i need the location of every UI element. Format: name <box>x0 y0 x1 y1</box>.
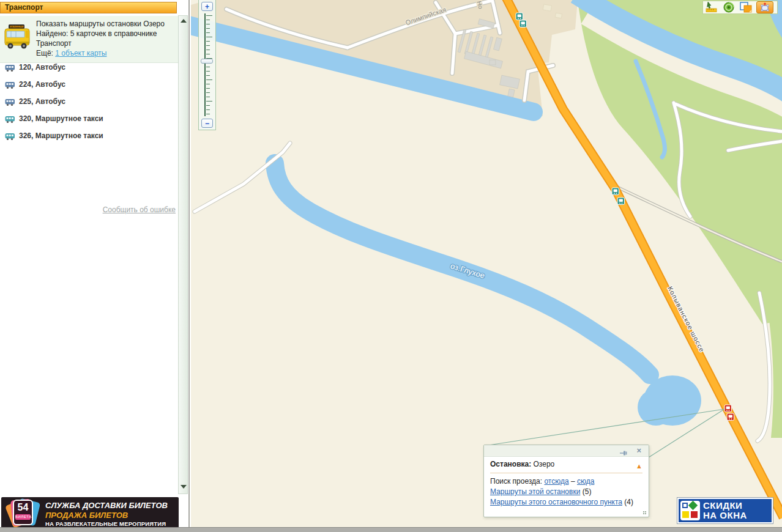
bus-illustration: ЭТВИННЫЙ <box>4 23 32 53</box>
popup-header: × <box>484 445 649 457</box>
tickets-ad-caption: БИЛЕТА <box>15 514 31 520</box>
shuttle-icon <box>5 132 16 143</box>
tickets-ad-line1: СЛУЖБА ДОСТАВКИ БИЛЕТОВ <box>45 501 168 510</box>
report-error-row: Сообщить об ошибке <box>0 205 176 214</box>
bus-stop-icon[interactable] <box>519 20 527 28</box>
windows-ad-line1: СКИДКИ <box>703 501 747 511</box>
zoom-slider-track[interactable] <box>204 13 213 116</box>
popup-resize-grip[interactable] <box>641 509 646 514</box>
close-icon[interactable]: × <box>636 446 641 456</box>
bus-stop-icon[interactable] <box>516 13 523 20</box>
route-label: 326, Маршрутное такси <box>19 127 103 144</box>
route-label: 225, Автобус <box>19 93 65 110</box>
stop-point-routes-count: (4) <box>622 498 633 506</box>
window-bottom-edge <box>0 527 782 532</box>
windows-ad-banner[interactable]: СКИДКИ НА ОКНА <box>677 498 773 523</box>
list-item-route-320[interactable]: 320, Маршрутное такси <box>0 110 178 127</box>
bus-stop-icon[interactable] <box>612 188 619 195</box>
ruler-measure-icon[interactable] <box>705 2 718 13</box>
list-item-route-120[interactable]: 120, Автобус <box>0 59 178 76</box>
zoom-slider-line <box>204 13 206 116</box>
stop-routes-row: Маршруты этой остановки (5) <box>490 487 642 497</box>
route-search-row: Поиск проезда: отсюда – сюда <box>490 476 642 487</box>
svg-text:ЭТВИННЫЙ: ЭТВИННЫЙ <box>9 25 23 28</box>
shuttle-icon <box>5 115 16 126</box>
tickets-ad-line2: ПРОДАЖА БИЛЕТОВ <box>45 511 177 520</box>
search-result-panel: ЭТВИННЫЙ Показать маршруты остановки Озе… <box>0 16 178 63</box>
result-line2: Найдено: 5 карточек в справочнике <box>36 29 176 39</box>
stop-routes-link[interactable]: Маршруты этой остановки <box>490 487 580 496</box>
route-label: 224, Автобус <box>19 76 65 93</box>
stop-point-routes-row: Маршруты этого остановочного пункта (4) <box>490 497 642 508</box>
list-item-route-224[interactable]: 224, Автобус <box>0 76 178 93</box>
list-item-route-326[interactable]: 326, Маршрутное такси <box>0 127 178 144</box>
zoom-in-button[interactable]: + <box>201 2 213 11</box>
result-line1: Показать маршруты остановки Озеро <box>36 19 176 29</box>
windows-ad-line2: НА ОКНА <box>703 511 747 520</box>
bus-icon <box>5 98 16 109</box>
zoom-out-button[interactable]: − <box>201 119 213 128</box>
list-item-route-225[interactable]: 225, Автобус <box>0 93 178 110</box>
route-label: 120, Автобус <box>19 59 65 76</box>
bus-stop-icon-selected[interactable] <box>724 405 732 412</box>
sidebar-header: Транспорт <box>0 2 177 13</box>
popup-title-value: Озеро <box>531 460 554 468</box>
bus-stop-icon[interactable] <box>617 198 625 205</box>
to-here-link[interactable]: сюда <box>577 477 594 486</box>
stop-popup: × Остановка: Озеро ▲ Поиск проезда: отсю… <box>483 445 649 517</box>
scroll-up-icon[interactable] <box>181 19 187 23</box>
result-more-label: Ещё: <box>36 49 55 57</box>
zoom-slider-handle[interactable] <box>201 59 213 64</box>
pin-icon[interactable] <box>620 448 628 459</box>
popup-divider <box>490 473 642 473</box>
zoom-slider-major-ticks <box>206 15 212 115</box>
warning-icon[interactable]: ▲ <box>636 460 642 471</box>
route-search-label: Поиск проезда: <box>490 477 544 486</box>
result-line3: Транспорт <box>36 39 176 48</box>
tickets-ad-banner[interactable]: 54 БИЛЕТА СЛУЖБА ДОСТАВКИ БИЛЕТОВ ПРОДАЖ… <box>1 497 179 528</box>
map-zoom-control: + − <box>198 0 216 130</box>
bus-icon <box>5 64 16 75</box>
route-list: 120, Автобус 224, Автобус 225, Автобус 3… <box>0 59 178 144</box>
stop-routes-count: (5) <box>580 487 591 496</box>
tickets-ad-number: 54 <box>14 501 32 514</box>
map-toolbar <box>702 1 778 14</box>
note-layer-icon[interactable] <box>739 2 753 13</box>
app-window: Олимпийская Но оз.Глухое Колыванское шос… <box>0 0 782 532</box>
tickets-ad-logo: 54 БИЛЕТА <box>6 498 40 527</box>
stop-point-routes-link[interactable]: Маршруты этого остановочного пункта <box>490 498 622 506</box>
sidebar-scrollbar[interactable] <box>178 15 188 494</box>
locate-radar-icon[interactable] <box>722 2 735 13</box>
sidebar: Транспорт ЭТВИННЫЙ Показать <box>0 0 190 527</box>
from-here-link[interactable]: отсюда <box>544 477 568 486</box>
popup-title-label: Остановка: <box>490 460 531 468</box>
map-object-link[interactable]: 1 объект карты <box>55 49 106 57</box>
route-search-separator: – <box>569 477 577 486</box>
windows-ad-logo <box>680 501 700 520</box>
popup-title: Остановка: Озеро ▲ <box>490 459 642 470</box>
popup-body: Остановка: Озеро ▲ Поиск проезда: отсюда… <box>490 459 642 508</box>
map-pond-lobe <box>638 389 674 426</box>
report-error-link[interactable]: Сообщить об ошибке <box>103 205 176 214</box>
windows-ad-text: СКИДКИ НА ОКНА <box>703 501 747 520</box>
bus-icon <box>5 81 16 92</box>
scroll-down-icon[interactable] <box>181 485 187 489</box>
select-area-button[interactable] <box>756 1 773 13</box>
result-more-row: Ещё: 1 объект карты <box>36 48 176 58</box>
bus-stop-icon-selected[interactable] <box>727 413 734 421</box>
route-label: 320, Маршрутное такси <box>19 110 103 127</box>
